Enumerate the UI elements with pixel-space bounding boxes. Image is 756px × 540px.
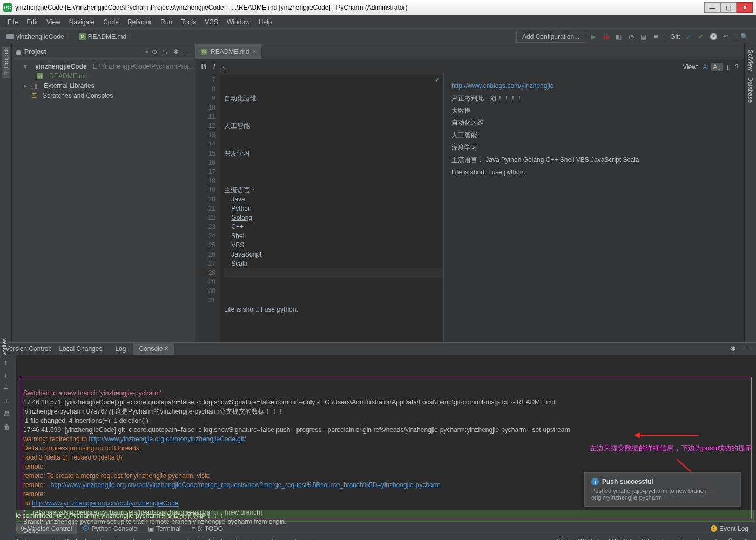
project-tree[interactable]: ▾ yinzhengjieCode E:\YinzhengjieCode\Pyc… <box>12 59 195 103</box>
coverage-icon[interactable]: ◧ <box>615 32 623 40</box>
hide-icon[interactable]: — <box>184 48 192 56</box>
line-gutter: 7891011121314151617181920212223242526272… <box>195 75 220 342</box>
markdown-preview: http://www.cnblogs.com/yinzhengjie 尹正杰到此… <box>444 75 744 342</box>
italic-button[interactable]: I <box>213 62 215 71</box>
profiler-icon[interactable]: ◔ <box>627 32 635 40</box>
menu-tools[interactable]: Tools <box>178 17 199 27</box>
annotation-arrow-icon <box>635 427 700 443</box>
editor-area: M README.md × B I ⎁ View: A A▯ ▯ ? 78910… <box>195 44 744 342</box>
info-icon: i <box>591 478 599 485</box>
tree-scratches[interactable]: ⊡ Scratches and Consoles <box>12 91 195 100</box>
down-icon[interactable]: ↓ <box>4 372 12 380</box>
vc-tab-local-changes[interactable]: Local Changes <box>53 343 107 355</box>
run-icon[interactable]: ▶ <box>590 32 598 40</box>
preview-link[interactable]: http://www.cnblogs.com/yinzhengjie <box>451 82 554 90</box>
view-preview-icon[interactable]: ▯ <box>727 63 731 71</box>
debug-icon[interactable]: 🐞 <box>602 32 610 40</box>
help-icon[interactable]: ? <box>735 63 739 71</box>
markdown-icon: M <box>201 49 207 55</box>
git-revert-icon[interactable]: ↶ <box>722 32 730 40</box>
menu-run[interactable]: Run <box>157 17 176 27</box>
left-tool-tab-bar: 1: Project <box>0 44 12 342</box>
hide-panel-icon[interactable]: — <box>744 345 751 353</box>
vc-tab-console[interactable]: Console × <box>133 343 173 355</box>
menu-window[interactable]: Window <box>224 17 253 27</box>
markdown-icon: M <box>79 33 86 40</box>
view-label: View: <box>683 63 698 71</box>
menu-help[interactable]: Help <box>255 17 275 27</box>
clear-icon[interactable]: 🗑 <box>4 423 12 432</box>
stop-icon[interactable]: ■ <box>652 32 660 40</box>
panel-title: Project <box>24 48 142 56</box>
maximize-button[interactable]: ▢ <box>720 2 737 13</box>
tree-root[interactable]: ▾ yinzhengjieCode E:\YinzhengjieCode\Pyc… <box>12 62 195 71</box>
project-view-icon[interactable]: ▦ <box>15 48 21 56</box>
settings-icon[interactable]: ✱ <box>173 48 181 56</box>
menu-refactor[interactable]: Refactor <box>124 17 155 27</box>
menu-edit[interactable]: Edit <box>23 17 41 27</box>
menu-navigate[interactable]: Navigate <box>66 17 98 27</box>
breadcrumb-file[interactable]: MREADME.md〉 <box>76 31 138 42</box>
tree-external-libs[interactable]: ▸⫿⫿ External Libraries <box>12 81 195 91</box>
vc-title: Version Control: <box>5 345 51 353</box>
vc-tab-log[interactable]: Log <box>110 343 131 355</box>
print-icon[interactable]: 🖶 <box>4 410 12 419</box>
format-toolbar: B I ⎁ View: A A▯ ▯ ? <box>195 59 744 75</box>
add-configuration-button[interactable]: Add Configuration... <box>516 31 585 43</box>
wrap-icon[interactable]: ↵ <box>4 384 12 393</box>
git-commit-icon[interactable]: ✔ <box>697 32 705 40</box>
vc-console[interactable]: Switched to a new branch 'yinzhengjie-py… <box>16 355 756 540</box>
window-title: yinzhengjieCode [E:\YinzhengjieCode\Pych… <box>15 4 704 11</box>
code-editor[interactable]: ✔ 自动化运维 人工智能 深度学习 主流语言： Java Python Gola… <box>220 75 443 342</box>
tree-file-readme[interactable]: M README.md <box>12 71 195 81</box>
up-icon[interactable]: ↑ <box>4 359 12 367</box>
inspection-ok-icon: ✔ <box>435 76 440 85</box>
editor-tab-readme[interactable]: M README.md × <box>195 44 261 59</box>
notification-body: Pushed yinzhengjie-pycharm to new branch… <box>591 488 734 501</box>
underline-dec-icon[interactable]: ⎁ <box>222 63 226 71</box>
breadcrumb-root[interactable]: yinzhengjieCode〉 <box>3 31 76 42</box>
minimize-button[interactable]: — <box>704 2 720 13</box>
scroll-icon[interactable]: ⤓ <box>4 397 12 406</box>
locate-icon[interactable]: ⊙ <box>152 48 159 56</box>
close-button[interactable]: ✕ <box>737 2 753 13</box>
vc-side-icons: ↑ ↓ ↵ ⤓ 🖶 🗑 <box>0 355 16 540</box>
menu-view[interactable]: View <box>43 17 64 27</box>
tool-tab-project[interactable]: 1: Project <box>2 46 10 78</box>
push-notification[interactable]: iPush successful Pushed yinzhengjie-pych… <box>584 472 741 507</box>
window-title-bar: PC yinzhengjieCode [E:\YinzhengjieCode\P… <box>0 0 756 15</box>
annotation-text: 左边为提交数据的详细信息，下边为push成功的提示 <box>590 443 752 453</box>
tool-tab-sciview[interactable]: SciView <box>746 46 755 74</box>
collapse-icon[interactable]: ⇆ <box>163 48 170 56</box>
git-history-icon[interactable]: 🕘 <box>710 32 718 40</box>
menu-vcs[interactable]: VCS <box>201 17 221 27</box>
project-panel: ▦ Project ▾ ⊙ ⇆ ✱ — ▾ yinzhengjieCode E:… <box>12 44 195 342</box>
git-update-icon[interactable]: ↙ <box>685 32 693 40</box>
menu-bar: File Edit View Navigate Code Refactor Ru… <box>0 15 756 29</box>
bold-button[interactable]: B <box>201 62 206 71</box>
nav-bar: yinzhengjieCode〉 MREADME.md〉 Add Configu… <box>0 29 756 44</box>
git-label: Git: <box>670 33 680 40</box>
menu-file[interactable]: File <box>4 17 21 27</box>
gear-icon[interactable]: ✱ <box>731 345 736 353</box>
close-tab-icon[interactable]: × <box>252 48 256 56</box>
view-split-icon[interactable]: A▯ <box>711 63 723 71</box>
concurrency-icon[interactable]: ▤ <box>639 32 647 40</box>
menu-code[interactable]: Code <box>100 17 122 27</box>
view-text-icon[interactable]: A <box>703 63 707 71</box>
search-icon[interactable]: 🔍 <box>740 32 748 40</box>
right-tool-tab-bar: SciView Database <box>744 44 756 342</box>
tool-tab-database[interactable]: Database <box>746 74 755 106</box>
app-icon: PC <box>3 3 12 12</box>
folder-icon <box>6 34 14 39</box>
